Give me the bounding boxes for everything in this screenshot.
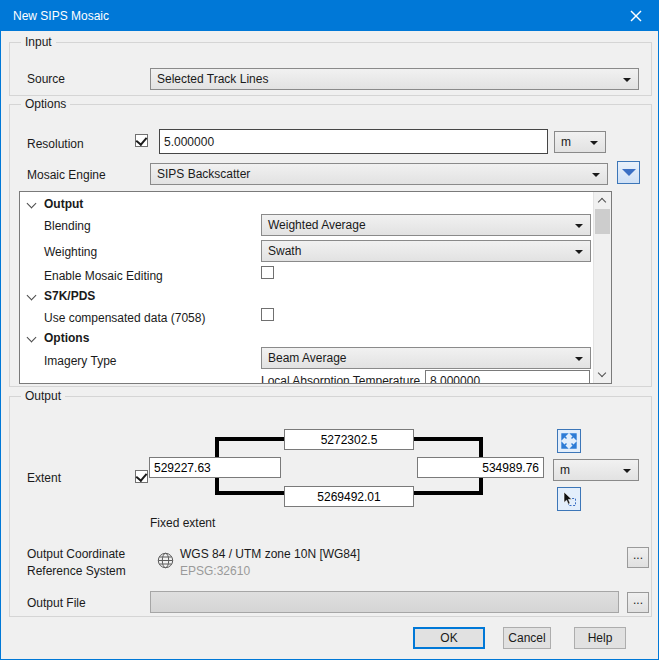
imagery-type-label: Imagery Type bbox=[44, 354, 116, 368]
chevron-down-icon bbox=[575, 250, 583, 254]
resolution-unit-dropdown[interactable]: m bbox=[554, 131, 606, 153]
properties-scrollbar[interactable] bbox=[593, 192, 611, 383]
input-group-title: Input bbox=[21, 35, 56, 50]
extent-right-input[interactable] bbox=[417, 457, 544, 478]
cancel-button[interactable]: Cancel bbox=[503, 627, 551, 649]
imagery-type-value: Beam Average bbox=[268, 351, 347, 365]
extent-unit-dropdown[interactable]: m bbox=[553, 459, 639, 481]
help-button[interactable]: Help bbox=[574, 627, 626, 649]
output-file-browse-label: ... bbox=[633, 593, 643, 607]
crs-label: Output Coordinate Reference System bbox=[27, 546, 152, 580]
enable-mosaic-editing-label: Enable Mosaic Editing bbox=[44, 269, 163, 283]
ok-button[interactable]: OK bbox=[413, 627, 485, 649]
crs-value: WGS 84 / UTM zone 10N [WG84] bbox=[180, 547, 360, 561]
crs-browse-label: ... bbox=[633, 548, 643, 562]
blending-dropdown[interactable]: Weighted Average bbox=[261, 214, 591, 236]
use-compensated-data-checkbox[interactable] bbox=[261, 308, 274, 321]
chevron-down-icon bbox=[575, 357, 583, 361]
output-file-browse-button[interactable]: ... bbox=[627, 592, 649, 613]
crs-browse-button[interactable]: ... bbox=[627, 547, 649, 568]
output-group: Output Extent m bbox=[9, 396, 652, 617]
section-s7kpds[interactable]: S7K/PDS bbox=[44, 289, 95, 303]
extent-unit-value: m bbox=[560, 463, 570, 477]
enable-mosaic-editing-checkbox[interactable] bbox=[261, 266, 274, 279]
chevron-down-icon bbox=[623, 78, 631, 82]
mosaic-engine-dropdown[interactable]: SIPS Backscatter bbox=[150, 163, 608, 185]
extent-label: Extent bbox=[27, 471, 61, 485]
options-group-title: Options bbox=[21, 97, 70, 112]
extent-top-input[interactable] bbox=[284, 429, 414, 450]
select-extent-button[interactable] bbox=[557, 487, 581, 511]
scroll-down-icon[interactable] bbox=[598, 369, 606, 377]
source-label: Source bbox=[27, 72, 65, 86]
resolution-input[interactable] bbox=[159, 129, 548, 154]
chevron-down-icon bbox=[590, 141, 598, 145]
select-area-cursor-icon bbox=[561, 491, 577, 507]
section-output[interactable]: Output bbox=[44, 197, 83, 211]
expand-arrows-icon bbox=[561, 433, 577, 449]
engine-options-button[interactable] bbox=[617, 161, 640, 184]
window-title: New SIPS Mosaic bbox=[13, 9, 109, 23]
crs-epsg-code: EPSG:32610 bbox=[180, 564, 250, 578]
mosaic-engine-value: SIPS Backscatter bbox=[157, 167, 250, 181]
dropdown-arrow-icon bbox=[622, 169, 636, 176]
chevron-down-icon bbox=[575, 224, 583, 228]
local-absorption-label: Local Absorption Temperature bbox=[261, 374, 420, 384]
resolution-label: Resolution bbox=[27, 137, 84, 151]
output-group-title: Output bbox=[21, 389, 65, 404]
blending-label: Blending bbox=[44, 219, 91, 233]
source-dropdown-value: Selected Track Lines bbox=[157, 72, 268, 86]
scrollbar-thumb[interactable] bbox=[595, 209, 610, 234]
output-file-label: Output File bbox=[27, 596, 86, 610]
fixed-extent-text: Fixed extent bbox=[150, 516, 215, 530]
zoom-to-extent-button[interactable] bbox=[557, 429, 581, 453]
section-options[interactable]: Options bbox=[44, 331, 89, 345]
weighting-value: Swath bbox=[268, 244, 301, 258]
input-group: Input Source Selected Track Lines bbox=[9, 42, 652, 96]
close-icon bbox=[629, 9, 643, 23]
engine-properties-panel: Output Blending Weighted Average Weighti… bbox=[19, 191, 612, 384]
chevron-down-icon bbox=[623, 469, 631, 473]
collapse-chevron-icon[interactable] bbox=[27, 291, 37, 301]
extent-checkbox[interactable] bbox=[135, 470, 148, 483]
collapse-chevron-icon[interactable] bbox=[27, 333, 37, 343]
imagery-type-dropdown[interactable]: Beam Average bbox=[261, 347, 591, 369]
source-dropdown[interactable]: Selected Track Lines bbox=[150, 68, 639, 90]
close-button[interactable] bbox=[613, 1, 658, 31]
options-group: Options Resolution m Mosaic Engine SIPS … bbox=[9, 104, 652, 387]
scroll-up-icon[interactable] bbox=[598, 198, 606, 206]
title-bar: New SIPS Mosaic bbox=[1, 1, 658, 31]
new-sips-mosaic-dialog: New SIPS Mosaic Input Source Selected Tr… bbox=[0, 0, 659, 660]
output-file-field[interactable] bbox=[150, 591, 619, 613]
local-absorption-input[interactable] bbox=[425, 370, 590, 384]
use-compensated-data-label: Use compensated data (7058) bbox=[44, 311, 205, 325]
weighting-dropdown[interactable]: Swath bbox=[261, 240, 591, 262]
globe-icon bbox=[157, 552, 174, 569]
mosaic-engine-label: Mosaic Engine bbox=[27, 168, 106, 182]
extent-bottom-input[interactable] bbox=[284, 486, 414, 507]
blending-value: Weighted Average bbox=[268, 218, 366, 232]
extent-left-input[interactable] bbox=[149, 457, 281, 478]
resolution-checkbox[interactable] bbox=[135, 134, 148, 147]
resolution-unit-value: m bbox=[561, 135, 571, 149]
chevron-down-icon bbox=[592, 173, 600, 177]
collapse-chevron-icon[interactable] bbox=[27, 199, 37, 209]
weighting-label: Weighting bbox=[44, 245, 97, 259]
